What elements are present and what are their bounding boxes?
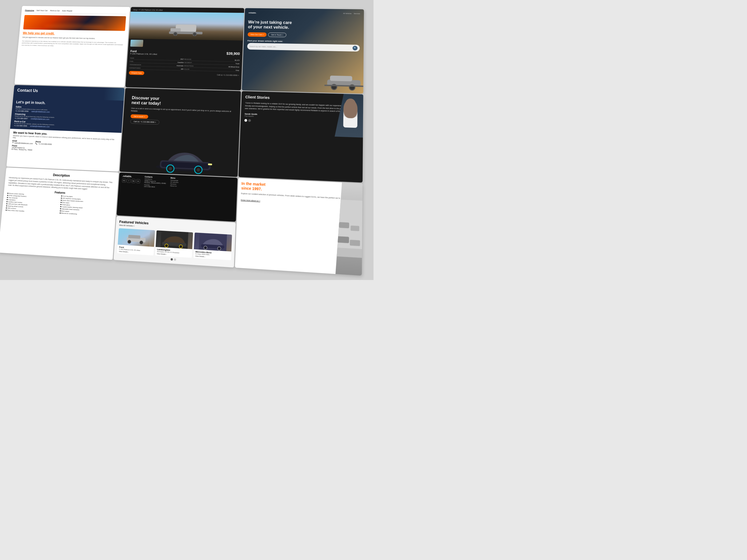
svg-rect-27 (162, 242, 186, 247)
svg-point-4 (192, 32, 196, 36)
svg-point-32 (204, 246, 207, 249)
footer-contacts-panel: .reliable. IG f tw in Contacts ADDRESS 1… (117, 172, 238, 222)
svg-rect-31 (201, 244, 224, 249)
discover-content: Discover your next car today! Give us a … (124, 92, 237, 173)
truck-svg (168, 22, 204, 36)
email-field-group: Email ✉sales@reliablecars.com (12, 140, 33, 144)
client-stories-heading: Client Stories (245, 95, 359, 102)
carousel-dot-2[interactable] (174, 259, 176, 261)
svg-point-24 (128, 240, 131, 243)
phone-field-value: 📞+1 210-680-6999 (35, 143, 52, 145)
call-text: Call us +1 210-680-6999 > (217, 74, 239, 76)
svg-rect-38 (350, 240, 360, 246)
linkedin-icon[interactable]: in (136, 179, 140, 184)
contact-panel: Contact Us Let's get in touch. Sales Use… (6, 85, 125, 172)
get-in-touch-hero-button[interactable]: Get in Touch > (268, 32, 286, 37)
know-more-link[interactable]: Know more about us > (241, 199, 260, 202)
svg-rect-12 (161, 162, 209, 169)
sales-email: sales@reliablecars.com (31, 110, 50, 113)
featured-panel: Featured Vehicles View All Vehicles > (113, 216, 236, 267)
svg-point-28 (164, 244, 168, 247)
svg-rect-26 (160, 231, 188, 249)
svg-rect-6 (330, 76, 352, 81)
dot-1[interactable] (244, 119, 247, 122)
specs-grid: YEAR2017 MILEAGE65,475 FUELGasoline SEGM… (127, 57, 242, 72)
hero-car-image (324, 69, 363, 94)
nav-sell[interactable]: Sell Your Car (36, 9, 48, 12)
svg-point-14 (169, 167, 172, 170)
discover-buttons: Get in touch > Call Us: +1 210-680-9999 … (130, 114, 232, 127)
svg-point-7 (331, 84, 337, 89)
social-icons: IG f tw in (122, 179, 140, 183)
review-text: "Came to Reliable looking for a reliable… (245, 102, 359, 113)
search-button[interactable]: 🔍 (353, 46, 358, 51)
footer-menu-section: Menu Homepage All Vehicles Services Abou… (168, 177, 179, 216)
contact-form-section: We want to hear from you. Whether you ha… (8, 129, 121, 157)
svg-rect-17 (208, 163, 212, 165)
svg-rect-37 (337, 236, 349, 243)
showroom-image (335, 182, 362, 275)
call-us-button[interactable]: Call Us: +1 210-680-9999 > (130, 119, 159, 125)
contact-car-bg (103, 87, 125, 101)
twitter-icon[interactable]: tw (131, 179, 135, 183)
phone-field-group: Phone 📞+1 210-680-6999 (35, 141, 52, 145)
svg-point-15 (194, 166, 202, 174)
features-grid: Electric power steering Front fog lights… (6, 192, 113, 217)
financing-nav: Financing Sell Your Car Rent-a-Car Auto … (25, 9, 126, 15)
svg-rect-23 (128, 235, 140, 239)
svg-rect-35 (339, 222, 349, 228)
svg-point-13 (166, 165, 174, 172)
get-in-touch-button[interactable]: Get in touch > (130, 114, 148, 119)
enquire-button[interactable]: Enquire Now (129, 71, 144, 75)
menu-heading: Menu (171, 177, 179, 179)
car-card-lambo: Lamborghini Aventador LP740-4 S Roadster… (155, 231, 193, 258)
lambo-card-info: Lamborghini Aventador LP740-4 S Roadster… (155, 247, 192, 258)
car-card-mercedes: Mercedes-Benz S-Class S550 AMG View Deta… (194, 233, 232, 260)
car-listing-panel: Shop > F-150 Platinum 3.5L V6 Lifted (125, 7, 244, 90)
svg-point-33 (217, 247, 221, 250)
facebook-icon[interactable]: f (127, 179, 131, 183)
cars-row: Ford F-150 Platinum 3.5L V6 Lifted View … (117, 228, 232, 260)
financing-phone-contact: +1 210-680-6997 (15, 117, 28, 119)
svg-rect-5 (327, 79, 360, 87)
client-stories-panel: Client Stories "Came to Reliable looking… (238, 91, 363, 183)
nav-rent[interactable]: Rent-a-Car (50, 9, 60, 12)
lambo-card-image (156, 231, 193, 249)
hero-buttons: View Our Cars > Get in Touch > (248, 32, 360, 38)
svg-rect-30 (199, 233, 227, 251)
nav-all-vehicles[interactable]: All Vehicles (343, 12, 352, 14)
svg-point-3 (174, 32, 177, 36)
svg-rect-11 (159, 160, 210, 170)
address-value-footer: 18090 Frame DrHouston, Missouri(MO), 654… (144, 180, 166, 184)
dot-2[interactable] (248, 119, 251, 122)
car-dashboard-image (23, 15, 126, 31)
menu-about-us[interactable]: About Us (170, 185, 178, 187)
hero-logo: reliable. (248, 12, 256, 14)
svg-point-8 (349, 85, 355, 90)
car-listing-photo (129, 12, 244, 41)
since-panel: In the market since 1997. Explore our cu… (235, 178, 363, 276)
description-panel: Description Introducing our impressive p… (0, 167, 119, 260)
hero-panel: reliable. All Vehicles Services We're ju… (242, 8, 364, 94)
carousel-dot-1[interactable] (171, 258, 173, 261)
car-thumb-1[interactable] (130, 40, 143, 47)
svg-point-29 (179, 245, 182, 248)
hero-nav: All Vehicles Services (343, 12, 360, 14)
nav-services[interactable]: Services (354, 13, 360, 15)
svg-point-25 (139, 241, 143, 244)
ford-card-info: Ford F-150 Platinum 3.5L V6 Lifted View … (117, 244, 154, 255)
discover-panel: Discover your next car today! Give us a … (120, 88, 241, 177)
instagram-icon[interactable]: IG (122, 179, 126, 183)
svg-rect-34 (336, 199, 362, 258)
search-container: Search by car make, model, etc... 🔍 (247, 43, 360, 52)
nav-financing[interactable]: Financing (25, 9, 34, 11)
email-field-value: ✉sales@reliablecars.com (12, 141, 33, 144)
nav-repair[interactable]: Auto Repair (62, 9, 73, 12)
view-cars-button[interactable]: View Our Cars > (248, 32, 267, 37)
discover-heading: Discover your next car today! (131, 95, 233, 108)
ford-card-image (118, 228, 155, 247)
footer-logo: .reliable. (122, 175, 140, 178)
footer-logo-section: .reliable. IG f tw in (120, 175, 140, 214)
mercedes-card-info: Mercedes-Benz S-Class S550 AMG View Deta… (194, 249, 231, 260)
car-card-ford: Ford F-150 Platinum 3.5L V6 Lifted View … (117, 228, 155, 256)
